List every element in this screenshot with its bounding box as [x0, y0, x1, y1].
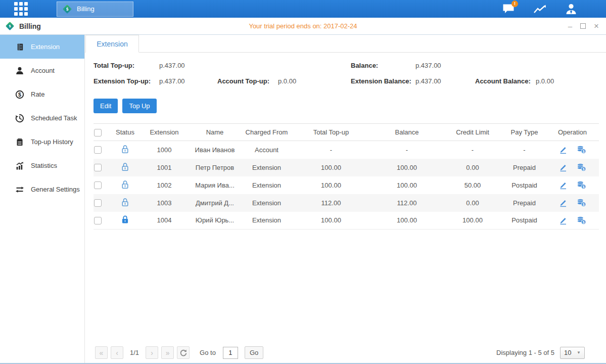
go-button[interactable]: Go: [245, 346, 263, 359]
row-checkbox[interactable]: [94, 199, 102, 207]
cell-extension: 1003: [142, 194, 187, 212]
history-clock-icon: [15, 114, 24, 123]
column-header: Total Top-up: [291, 124, 371, 141]
table-row: 1001Петр ПетровExtension100.00100.000.00…: [94, 159, 599, 176]
row-checkbox[interactable]: [94, 181, 102, 189]
topup-coins-icon[interactable]: $: [577, 216, 586, 225]
account-topup-label: Account Top-up:: [217, 77, 278, 85]
maximize-icon[interactable]: [580, 23, 586, 29]
refresh-button[interactable]: [177, 346, 190, 359]
extension-topup-value: p.437.00: [159, 77, 217, 85]
row-checkbox[interactable]: [94, 164, 102, 171]
prev-page-button[interactable]: ‹: [111, 346, 123, 359]
edit-icon[interactable]: [558, 198, 568, 207]
taskbar-tab-label: Billing: [77, 5, 95, 13]
sidebar-item-account[interactable]: Account: [0, 59, 84, 82]
topbar-actions: !: [502, 0, 578, 18]
cell-total-topup: 100.00: [291, 176, 371, 194]
taskbar-tab-billing[interactable]: $ Billing: [57, 2, 133, 17]
row-checkbox[interactable]: [94, 146, 102, 154]
extension-topup-label: Extension Top-up:: [94, 77, 159, 85]
minimize-icon[interactable]: –: [568, 22, 572, 30]
pagination: « ‹ 1/1 › » Go to Go: [95, 346, 263, 359]
sidebar-item-statistics[interactable]: Statistics: [0, 154, 84, 177]
sidebar-item-label: Top-up History: [31, 138, 73, 146]
top-up-button[interactable]: Top Up: [122, 99, 156, 113]
sidebar-item-rate[interactable]: $Rate: [0, 82, 84, 106]
account-balance-value: p.0.00: [536, 77, 554, 85]
summary-row-1: Total Top-up: p.437.00 Balance: p.437.00: [94, 58, 606, 73]
cell-name: Петр Петров: [187, 159, 243, 176]
close-icon[interactable]: ×: [594, 22, 599, 30]
table-row: 1000Иван ИвановAccount----$: [94, 141, 599, 159]
window-titlebar: $ Billing Your trial period ends on: 201…: [0, 18, 606, 35]
cell-pay-type: Prepaid: [503, 159, 546, 176]
topup-coins-icon[interactable]: $: [577, 198, 586, 207]
window-title-group: $ Billing: [5, 21, 41, 31]
topup-coins-icon[interactable]: $: [577, 145, 586, 154]
svg-text:$: $: [583, 220, 585, 224]
cell-balance: 100.00: [371, 159, 442, 176]
cell-charged-from: Account: [243, 141, 291, 159]
svg-text:$: $: [583, 150, 585, 154]
cell-extension: 1002: [142, 176, 187, 194]
cell-credit-limit: 100.00: [442, 212, 503, 230]
first-page-button[interactable]: «: [95, 346, 108, 359]
svg-text:$: $: [66, 7, 69, 12]
tab-extension[interactable]: Extension: [85, 35, 139, 53]
window-controls: – ×: [568, 22, 599, 30]
page-indicator: 1/1: [130, 349, 139, 356]
cell-credit-limit: 50.00: [442, 176, 503, 194]
cell-balance: -: [371, 141, 442, 159]
svg-text:$: $: [18, 91, 21, 97]
sidebar-item-top-up-history[interactable]: Top-up History: [0, 130, 84, 154]
sidebar-item-label: Scheduled Task: [31, 114, 77, 122]
extension-table: StatusExtensionNameCharged FromTotal Top…: [94, 123, 599, 230]
edit-button[interactable]: Edit: [94, 99, 118, 113]
column-header: Credit Limit: [442, 124, 503, 141]
cell-extension: 1001: [142, 159, 187, 176]
cell-extension: 1000: [142, 141, 187, 159]
page-size-value: 10: [564, 349, 571, 356]
topup-coins-icon[interactable]: $: [577, 180, 586, 190]
edit-icon[interactable]: [558, 163, 568, 172]
column-header: Name: [187, 124, 243, 141]
row-checkbox[interactable]: [94, 217, 102, 224]
locked-icon: [121, 215, 129, 224]
next-page-button[interactable]: ›: [146, 346, 158, 359]
cell-charged-from: Extension: [243, 194, 291, 212]
journal-icon: [15, 42, 24, 52]
edit-icon[interactable]: [558, 145, 568, 154]
extension-balance-value: p.437.00: [415, 77, 475, 85]
reports-chart-icon[interactable]: [533, 3, 546, 16]
app-window: $ Billing !: [0, 0, 606, 364]
goto-label: Go to: [200, 349, 216, 356]
app-launcher-grid-icon[interactable]: [14, 2, 28, 16]
column-header: Status: [109, 124, 142, 141]
sidebar-item-label: General Settings: [31, 186, 80, 193]
unlocked-icon: [121, 162, 129, 171]
cell-charged-from: Extension: [243, 212, 291, 230]
sidebar-item-general-settings[interactable]: General Settings: [0, 177, 84, 201]
svg-text:$: $: [9, 24, 11, 28]
page-size-select[interactable]: 10 ▼: [560, 347, 585, 359]
goto-page-input[interactable]: [223, 347, 238, 359]
column-header: Pay Type: [503, 124, 546, 141]
topup-coins-icon[interactable]: $: [577, 163, 586, 172]
billing-diamond-icon: $: [62, 4, 72, 14]
account-topup-value: p.0.00: [278, 77, 351, 85]
last-page-button[interactable]: »: [161, 346, 174, 359]
sidebar-item-scheduled-task[interactable]: Scheduled Task: [0, 106, 84, 130]
extension-table-body: 1000Иван ИвановAccount----$1001Петр Петр…: [94, 141, 599, 230]
sidebar-item-label: Statistics: [31, 162, 57, 169]
sidebar-item-extension[interactable]: Extension: [0, 35, 84, 59]
trial-message: Your trial period ends on: 2017-02-24: [0, 22, 606, 30]
balance-value: p.437.00: [415, 62, 475, 69]
displaying-text: Displaying 1 - 5 of 5: [496, 349, 554, 356]
column-header: Charged From: [243, 124, 291, 141]
user-account-icon[interactable]: [565, 3, 578, 16]
edit-icon[interactable]: [558, 180, 568, 190]
messages-icon[interactable]: !: [502, 3, 515, 16]
select-all-checkbox[interactable]: [94, 129, 102, 136]
edit-icon[interactable]: [558, 216, 568, 225]
